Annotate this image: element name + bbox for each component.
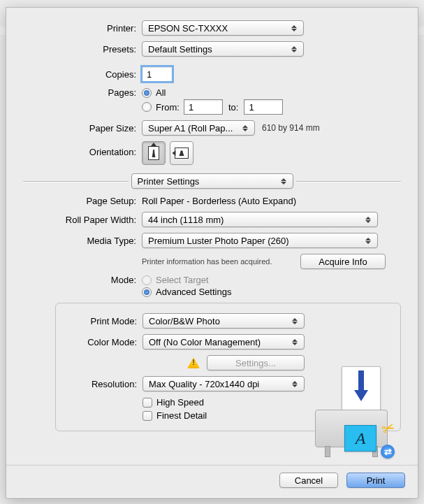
orientation-landscape-button[interactable] [170, 141, 193, 165]
pages-from-label: From: [156, 102, 180, 113]
updown-icon [365, 238, 372, 244]
print-mode-select[interactable]: Color/B&W Photo [142, 313, 305, 329]
print-dialog: Printer: EPSON SC-TXXXX Presets: Default… [6, 7, 418, 498]
mode-advanced-radio[interactable] [142, 287, 152, 297]
pages-range-radio[interactable] [142, 102, 152, 112]
presets-select[interactable]: Default Settings [142, 41, 304, 57]
section-select[interactable]: Printer Settings [131, 173, 293, 189]
print-mode-value: Color/B&W Photo [149, 316, 220, 326]
updown-icon [291, 318, 298, 324]
portrait-icon [148, 146, 159, 160]
updown-icon [291, 25, 298, 31]
mode-advanced-label: Advanced Settings [156, 287, 231, 297]
media-type-label: Media Type: [23, 236, 142, 246]
media-type-value: Premium Luster Photo Paper (260) [148, 236, 289, 246]
updown-icon [242, 125, 249, 131]
color-mode-select[interactable]: Off (No Color Management) [142, 334, 305, 350]
divider [296, 181, 402, 182]
roll-paper-width-value: 44 inch (1118 mm) [148, 215, 224, 225]
paper-size-dimensions: 610 by 914 mm [262, 123, 320, 133]
roll-paper-width-select[interactable]: 44 inch (1118 mm) [142, 212, 378, 227]
cancel-button[interactable]: Cancel [279, 473, 338, 488]
resolution-select[interactable]: Max Quality - 720x1440 dpi [142, 376, 305, 391]
color-mode-value: Off (No Color Management) [149, 337, 261, 347]
divider [23, 181, 129, 182]
copies-input[interactable] [142, 66, 173, 82]
high-speed-checkbox[interactable] [142, 398, 152, 408]
printer-info-text: Printer information has been acquired. [142, 257, 272, 266]
media-type-select[interactable]: Premium Luster Photo Paper (260) [142, 233, 378, 248]
updown-icon [291, 339, 298, 345]
finest-detail-checkbox[interactable] [142, 411, 152, 421]
printer-illustration: A ✂ ⇄ [309, 366, 393, 457]
page-setup-label: Page Setup: [23, 196, 142, 206]
pages-label: Pages: [23, 87, 142, 98]
updown-icon [280, 178, 287, 185]
mode-select-target-radio [142, 275, 152, 285]
orientation-portrait-button[interactable] [142, 141, 166, 165]
warning-icon [187, 357, 200, 368]
landscape-icon [175, 147, 189, 159]
print-mode-label: Print Mode: [64, 316, 142, 326]
paper-size-value: Super A1 (Roll Pap... [148, 123, 233, 134]
dialog-footer: Cancel Print [6, 465, 418, 498]
pages-to-label: to: [228, 102, 238, 113]
resolution-label: Resolution: [64, 379, 142, 389]
paper-size-select[interactable]: Super A1 (Roll Pap... [142, 120, 255, 136]
finest-detail-label: Finest Detail [156, 410, 207, 421]
color-mode-label: Color Mode: [64, 337, 142, 347]
updown-icon [291, 46, 298, 52]
page-setup-value: Roll Paper - Borderless (Auto Expand) [142, 196, 296, 206]
printer-select[interactable]: EPSON SC-TXXXX [142, 20, 304, 36]
presets-select-value: Default Settings [148, 44, 212, 55]
copies-label: Copies: [23, 69, 142, 80]
pages-all-radio[interactable] [142, 88, 152, 98]
sync-badge-icon: ⇄ [381, 445, 395, 459]
mode-select-target-label: Select Target [156, 275, 209, 285]
high-speed-label: High Speed [156, 397, 204, 408]
pages-all-label: All [156, 87, 166, 98]
updown-icon [291, 381, 298, 387]
pages-to-input[interactable] [244, 99, 283, 115]
section-select-value: Printer Settings [138, 176, 200, 187]
illustration-letter: A [345, 426, 376, 451]
updown-icon [365, 217, 372, 223]
pages-from-input[interactable] [184, 99, 223, 115]
presets-label: Presets: [23, 44, 142, 55]
printer-label: Printer: [23, 23, 142, 34]
mode-label: Mode: [23, 275, 142, 285]
color-settings-button[interactable]: Settings... [207, 355, 305, 370]
resolution-value: Max Quality - 720x1440 dpi [149, 379, 259, 389]
paper-size-label: Paper Size: [23, 123, 142, 134]
roll-paper-width-label: Roll Paper Width: [23, 215, 142, 225]
acquire-info-button[interactable]: Acquire Info [300, 254, 386, 269]
orientation-label: Orientation: [23, 141, 142, 157]
printer-select-value: EPSON SC-TXXXX [148, 23, 228, 34]
advanced-settings-group: Print Mode: Color/B&W Photo Color Mode: … [55, 303, 401, 431]
print-button[interactable]: Print [346, 473, 405, 488]
